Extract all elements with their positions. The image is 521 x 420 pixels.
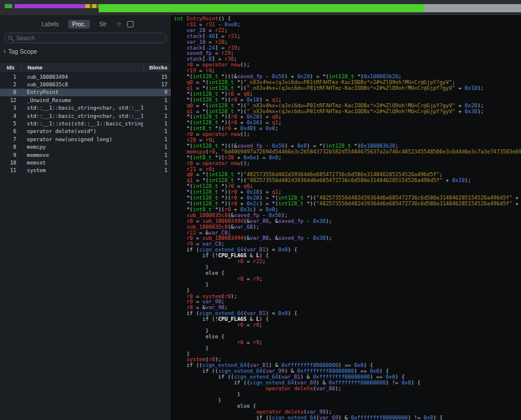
tab-labels[interactable]: Labels (37, 20, 62, 29)
row-blocks: 1 (143, 113, 171, 119)
tag-icon[interactable] (127, 21, 134, 27)
row-blocks: 1 (143, 152, 171, 158)
function-row-sub_1000035c8[interactable]: 2sub_1000035c817 (0, 80, 171, 88)
code-line: r0 = operator new(); (174, 161, 521, 167)
row-blocks: 1 (143, 167, 171, 173)
nav-seg-gray-tail (424, 4, 521, 12)
code-line: r0 = r9; (174, 340, 521, 346)
row-idx: 0 (0, 89, 21, 95)
code-line: r0 = operator new(); (174, 132, 521, 138)
row-idx: 2 (0, 82, 21, 88)
row-blocks: 1 (143, 128, 171, 134)
tab-str[interactable]: Str (95, 20, 111, 29)
search-icon (8, 36, 13, 41)
function-row-std__1basic_stringcharst[interactable]: 3std::__1::basic_string<char, std::__1::… (0, 104, 171, 112)
function-list: 1sub_100003494152sub_1000035c8170EntryPo… (0, 73, 171, 174)
chevron-right-icon: › (4, 48, 6, 54)
function-row-memcpy[interactable]: 8memcpy1 (0, 144, 171, 151)
row-idx: 10 (0, 160, 21, 166)
row-blocks: 15 (143, 74, 171, 80)
code-line: } (174, 328, 521, 334)
row-name: operator delete(void*) (21, 128, 143, 134)
star-icon[interactable]: ☆ (116, 21, 122, 27)
row-name: memcpy (21, 144, 143, 150)
function-row-operatordeletevoid[interactable]: 6operator delete(void*)1 (0, 128, 171, 135)
row-idx: 11 (0, 167, 21, 173)
row-name: system (21, 167, 143, 173)
column-header-idx[interactable]: Idx (0, 64, 21, 71)
row-idx: 3 (0, 105, 21, 111)
row-name: memmove (21, 152, 143, 158)
code-line: } (174, 265, 521, 271)
row-idx: 4 (0, 113, 21, 119)
code-line: r0 = r9; (174, 276, 521, 282)
nav-seg-yellow-2 (92, 4, 96, 8)
row-name: sub_1000035c8 (21, 82, 143, 88)
tab-proc[interactable]: Proc. (68, 20, 90, 29)
code-line: r0 = system(r0); (174, 294, 521, 300)
row-name: std::__1::stoi(std::__1::basic_string<ch… (21, 121, 143, 127)
row-name: sub_100003494 (21, 74, 143, 80)
function-row-std__1stoistd__1basic_st[interactable]: 5std::__1::stoi(std::__1::basic_string<c… (0, 120, 171, 127)
code-line: if ((sign_extend_64(var_69) & 0xffffffff… (174, 415, 521, 420)
row-idx: 5 (0, 121, 21, 127)
code-line: r0 = sub_100003494(&var_B0, &saved_fp - … (174, 236, 521, 242)
function-row-EntryPoint[interactable]: 0EntryPoint9 (0, 89, 171, 96)
row-blocks: 1 (143, 97, 171, 103)
row-name: EntryPoint (21, 89, 143, 95)
row-blocks: 1 (143, 121, 171, 127)
sidebar-tabs: LabelsProc.Str☆ (0, 19, 171, 29)
row-name: std::__1::basic_string<char, std::__1::c… (21, 105, 143, 111)
row-idx: 8 (0, 144, 21, 150)
row-name: operator new(unsigned long) (21, 136, 143, 142)
row-blocks: 1 (143, 144, 171, 150)
row-name: std::__1::basic_string<char, std::__1::c… (21, 113, 143, 119)
tag-scope-label: Tag Scope (8, 48, 37, 55)
row-blocks: 17 (143, 82, 171, 88)
sidebar: LabelsProc.Str☆ › Tag Scope Idx Name Blo… (0, 15, 171, 420)
nav-seg-green-small (5, 4, 12, 8)
row-idx: 7 (0, 136, 21, 142)
code-line: r0 = operator new(); (174, 62, 521, 68)
code-line: } (174, 282, 521, 288)
code-line: r0 = r8; (174, 323, 521, 328)
code-line: r0 = r22; (174, 259, 521, 265)
function-row-sub_100003494[interactable]: 1sub_10000349415 (0, 73, 171, 80)
function-row-system[interactable]: 11system1 (0, 167, 171, 174)
pseudocode-view[interactable]: int EntryPoint() { r31 = r31 - 0xe0; var… (171, 15, 521, 420)
row-blocks: 1 (143, 160, 171, 166)
function-row-memmove[interactable]: 9memmove1 (0, 151, 171, 159)
search-box[interactable] (4, 33, 167, 43)
hopper-window: LabelsProc.Str☆ › Tag Scope Idx Name Blo… (0, 0, 521, 420)
row-blocks: 1 (143, 105, 171, 111)
navigation-bar[interactable] (0, 0, 521, 15)
nav-seg-yellow-1 (85, 4, 90, 8)
function-row-std__1basic_stringcharst[interactable]: 4std::__1::basic_string<char, std::__1::… (0, 112, 171, 120)
tag-scope-toggle[interactable]: › Tag Scope (4, 48, 171, 55)
row-name: _Unwind_Resume (21, 97, 143, 103)
nav-seg-purple (15, 4, 85, 8)
code-line: } (174, 392, 521, 398)
function-table: Idx Name Blocks 1sub_100003494152sub_100… (0, 62, 171, 174)
search-input[interactable] (16, 35, 163, 41)
row-blocks: 9 (143, 89, 171, 95)
row-idx: 9 (0, 152, 21, 158)
row-name: memset (21, 160, 143, 166)
function-row-_Unwind_Resume[interactable]: 12_Unwind_Resume1 (0, 96, 171, 104)
row-idx: 12 (0, 97, 21, 103)
code-line: } (174, 346, 521, 352)
column-header-blocks[interactable]: Blocks (143, 64, 171, 71)
row-idx: 6 (0, 128, 21, 134)
table-header: Idx Name Blocks (0, 62, 171, 73)
code-line: } (174, 352, 521, 358)
row-idx: 1 (0, 74, 21, 80)
function-row-memset[interactable]: 10memset1 (0, 159, 171, 166)
column-header-name[interactable]: Name (21, 64, 143, 71)
nav-seg-green-large (99, 4, 424, 12)
function-row-operatornewunsignedlong[interactable]: 7operator new(unsigned long)1 (0, 135, 171, 143)
row-blocks: 1 (143, 136, 171, 142)
